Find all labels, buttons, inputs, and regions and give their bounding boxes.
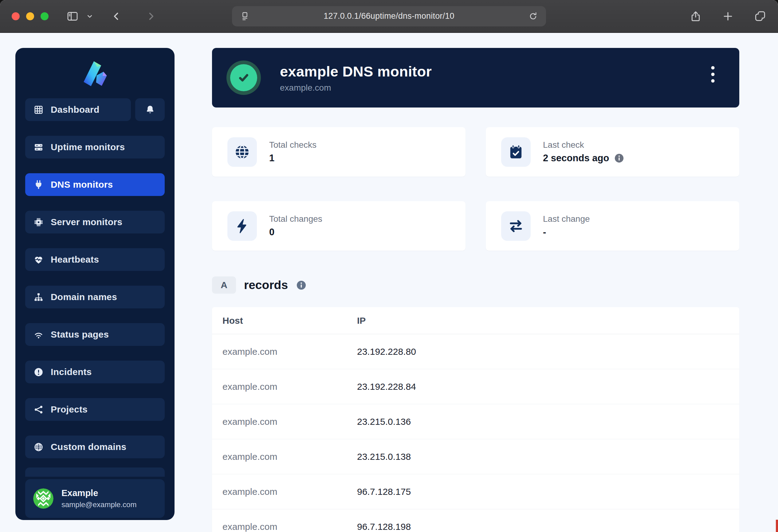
sidebar-item-server-monitors[interactable]: Server monitors bbox=[25, 211, 165, 234]
page-icon bbox=[240, 11, 250, 21]
stat-label: Total checks bbox=[269, 140, 316, 150]
zoom-window-button[interactable] bbox=[41, 12, 49, 20]
sidebar-item-uptime-monitors[interactable]: Uptime monitors bbox=[25, 136, 165, 159]
url-text: 127.0.0.1/66uptime/dns-monitor/10 bbox=[250, 11, 528, 21]
monitor-header-card: example DNS monitor example.com bbox=[212, 48, 739, 107]
reload-icon[interactable] bbox=[528, 11, 538, 21]
stat-label: Last change bbox=[543, 214, 590, 224]
sidebar-item-domain-names[interactable]: Domain names bbox=[25, 286, 165, 308]
ip-cell: 23.192.228.80 bbox=[357, 347, 416, 357]
new-tab-icon[interactable] bbox=[722, 10, 734, 22]
sidebar-item-label: DNS monitors bbox=[51, 179, 113, 190]
tab-overview-icon[interactable] bbox=[754, 10, 766, 22]
sidebar-item-partial[interactable] bbox=[25, 467, 165, 477]
stat-card-last-change: Last change - bbox=[486, 201, 739, 251]
account-button[interactable]: Example sample@example.com bbox=[25, 479, 165, 518]
table-header-row: Host IP bbox=[212, 307, 739, 334]
host-cell: example.com bbox=[223, 381, 357, 392]
grid-icon bbox=[33, 105, 44, 115]
table-row: example.com 96.7.128.198 bbox=[212, 509, 739, 532]
share-nodes-icon bbox=[33, 405, 44, 415]
records-section-header: A records bbox=[212, 276, 739, 294]
sidebar-item-label: Projects bbox=[51, 404, 88, 415]
record-type-badge: A bbox=[212, 276, 236, 294]
sidebar-item-dns-monitors[interactable]: DNS monitors bbox=[25, 173, 165, 196]
sidebar-item-label: Uptime monitors bbox=[51, 142, 125, 152]
globe-icon bbox=[33, 442, 44, 452]
stat-card-total-checks: Total checks 1 bbox=[212, 127, 466, 177]
ip-cell: 23.215.0.138 bbox=[357, 451, 411, 462]
forward-icon[interactable] bbox=[146, 11, 156, 21]
calendar-check-icon bbox=[501, 137, 531, 167]
chevron-down-icon[interactable] bbox=[87, 13, 93, 19]
share-icon[interactable] bbox=[690, 10, 702, 22]
sidebar-item-custom-domains[interactable]: Custom domains bbox=[25, 436, 165, 458]
notifications-button[interactable] bbox=[135, 98, 165, 121]
info-icon[interactable] bbox=[614, 153, 624, 163]
sidebar-item-label: Status pages bbox=[51, 329, 109, 340]
page-title: example DNS monitor bbox=[280, 63, 432, 80]
status-badge bbox=[226, 61, 261, 95]
check-icon bbox=[236, 70, 252, 86]
stat-value: - bbox=[543, 227, 546, 238]
sidebar-item-label: Server monitors bbox=[51, 217, 122, 227]
sidebar: Dashboard bbox=[15, 48, 174, 520]
server-stack-icon bbox=[33, 142, 44, 152]
host-cell: example.com bbox=[223, 417, 357, 427]
bell-icon bbox=[145, 105, 155, 115]
host-cell: example.com bbox=[223, 522, 357, 532]
browser-toolbar: 127.0.0.1/66uptime/dns-monitor/10 bbox=[0, 0, 778, 33]
table-row: example.com 23.215.0.136 bbox=[212, 404, 739, 439]
sidebar-item-label: Custom domains bbox=[51, 442, 126, 452]
table-row: example.com 96.7.128.175 bbox=[212, 474, 739, 509]
sidebar-toggle-icon[interactable] bbox=[66, 10, 79, 22]
stat-card-total-changes: Total changes 0 bbox=[212, 201, 466, 251]
app-viewport: Dashboard bbox=[0, 33, 778, 532]
close-window-button[interactable] bbox=[12, 12, 20, 20]
sidebar-item-label: Incidents bbox=[51, 367, 92, 377]
info-icon[interactable] bbox=[296, 280, 307, 290]
window-controls bbox=[12, 12, 49, 20]
monitor-hostname: example.com bbox=[280, 83, 432, 93]
host-cell: example.com bbox=[223, 451, 357, 462]
table-row: example.com 23.215.0.138 bbox=[212, 439, 739, 474]
screen-edge-artifact bbox=[776, 520, 778, 532]
stat-label: Last check bbox=[543, 140, 624, 150]
bolt-icon bbox=[227, 211, 257, 241]
cpu-chip-icon bbox=[33, 217, 44, 227]
arrows-right-left-icon bbox=[501, 211, 531, 241]
stat-value: 2 seconds ago bbox=[543, 153, 609, 164]
sidebar-item-dashboard[interactable]: Dashboard bbox=[25, 98, 131, 121]
user-email: sample@example.com bbox=[62, 500, 137, 509]
table-row: example.com 23.192.228.84 bbox=[212, 369, 739, 404]
sidebar-item-status-pages[interactable]: Status pages bbox=[25, 323, 165, 346]
sitemap-icon bbox=[33, 292, 44, 302]
ip-cell: 23.192.228.84 bbox=[357, 381, 416, 392]
wifi-icon bbox=[33, 330, 44, 340]
sidebar-item-projects[interactable]: Projects bbox=[25, 398, 165, 421]
globe-icon bbox=[227, 137, 257, 167]
ip-cell: 96.7.128.198 bbox=[357, 522, 411, 532]
sidebar-item-incidents[interactable]: Incidents bbox=[25, 361, 165, 383]
browser-window: 127.0.0.1/66uptime/dns-monitor/10 bbox=[0, 0, 778, 532]
column-header-host: Host bbox=[223, 316, 357, 326]
sidebar-item-label: Heartbeats bbox=[51, 254, 99, 265]
host-cell: example.com bbox=[223, 347, 357, 357]
back-icon[interactable] bbox=[111, 11, 122, 21]
minimize-window-button[interactable] bbox=[26, 12, 34, 20]
avatar bbox=[33, 489, 54, 509]
address-bar[interactable]: 127.0.0.1/66uptime/dns-monitor/10 bbox=[232, 6, 546, 26]
stat-value: 1 bbox=[269, 153, 275, 164]
heart-pulse-icon bbox=[33, 255, 44, 265]
sidebar-item-heartbeats[interactable]: Heartbeats bbox=[25, 248, 165, 271]
kebab-menu-icon[interactable] bbox=[706, 65, 720, 85]
ip-cell: 23.215.0.136 bbox=[357, 417, 411, 427]
stats-grid: Total checks 1 Last check bbox=[212, 127, 739, 251]
plug-icon bbox=[33, 180, 44, 190]
column-header-ip: IP bbox=[357, 316, 366, 326]
table-row: example.com 23.192.228.80 bbox=[212, 334, 739, 369]
stat-value: 0 bbox=[269, 227, 275, 238]
stat-card-last-check: Last check 2 seconds ago bbox=[486, 127, 739, 177]
sidebar-item-label: Domain names bbox=[51, 292, 117, 302]
ip-cell: 96.7.128.175 bbox=[357, 486, 411, 497]
